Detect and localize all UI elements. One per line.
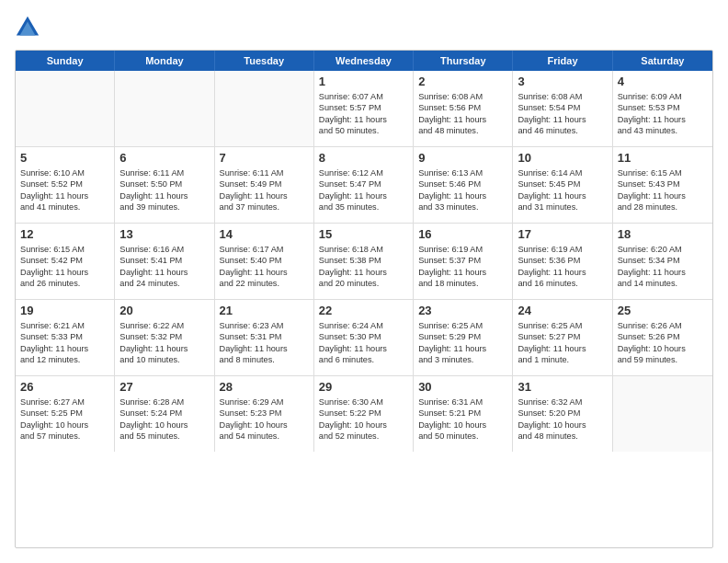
- logo-icon: [15, 15, 40, 40]
- page: SundayMondayTuesdayWednesdayThursdayFrid…: [0, 0, 728, 563]
- cell-line: Sunrise: 6:14 AM: [518, 167, 607, 178]
- cell-line: Sunset: 5:56 PM: [418, 102, 507, 113]
- cell-line: Daylight: 11 hours: [20, 190, 109, 201]
- calendar-cell: 27Sunrise: 6:28 AMSunset: 5:24 PMDayligh…: [115, 376, 214, 452]
- cell-line: Sunrise: 6:29 AM: [220, 396, 309, 408]
- cell-line: Sunrise: 6:30 AM: [319, 396, 408, 408]
- weekday-header: Friday: [513, 51, 612, 71]
- day-number: 21: [220, 304, 309, 317]
- cell-line: Sunset: 5:24 PM: [119, 408, 209, 419]
- cell-line: Daylight: 11 hours: [618, 190, 708, 201]
- calendar-cell: 6Sunrise: 6:11 AMSunset: 5:50 PMDaylight…: [115, 147, 214, 223]
- cell-line: and 43 minutes.: [618, 125, 708, 136]
- cell-line: and 50 minutes.: [418, 431, 507, 442]
- cell-line: Sunset: 5:30 PM: [319, 331, 408, 342]
- cell-line: Daylight: 11 hours: [319, 190, 408, 201]
- cell-line: Sunrise: 6:20 AM: [618, 244, 708, 255]
- day-number: 14: [220, 227, 309, 241]
- day-number: 10: [518, 151, 607, 165]
- calendar-cell: 19Sunrise: 6:21 AMSunset: 5:33 PMDayligh…: [16, 300, 115, 375]
- calendar-body: 1Sunrise: 6:07 AMSunset: 5:57 PMDaylight…: [16, 71, 712, 452]
- cell-line: Daylight: 10 hours: [20, 419, 109, 431]
- calendar-cell: 21Sunrise: 6:23 AMSunset: 5:31 PMDayligh…: [215, 300, 314, 375]
- cell-line: Sunset: 5:45 PM: [518, 178, 607, 190]
- calendar-cell: [115, 71, 214, 146]
- calendar-cell: 17Sunrise: 6:19 AMSunset: 5:36 PMDayligh…: [513, 224, 612, 299]
- cell-line: and 24 minutes.: [119, 278, 209, 289]
- weekday-header: Tuesday: [215, 51, 314, 71]
- calendar-cell: 31Sunrise: 6:32 AMSunset: 5:20 PMDayligh…: [513, 376, 612, 452]
- calendar-cell: 3Sunrise: 6:08 AMSunset: 5:54 PMDaylight…: [513, 71, 612, 146]
- weekday-header: Sunday: [16, 51, 115, 71]
- calendar-cell: 13Sunrise: 6:16 AMSunset: 5:41 PMDayligh…: [115, 224, 214, 299]
- cell-line: Daylight: 11 hours: [119, 267, 209, 278]
- cell-line: Sunrise: 6:08 AM: [518, 91, 607, 102]
- cell-line: Sunrise: 6:27 AM: [20, 396, 109, 408]
- calendar-cell: 7Sunrise: 6:11 AMSunset: 5:49 PMDaylight…: [215, 147, 314, 223]
- cell-line: Daylight: 10 hours: [220, 419, 309, 431]
- day-number: 24: [518, 304, 607, 317]
- cell-line: and 57 minutes.: [20, 431, 109, 442]
- cell-line: Sunset: 5:26 PM: [618, 331, 708, 342]
- day-number: 1: [319, 75, 408, 88]
- header: [15, 15, 713, 40]
- cell-line: and 28 minutes.: [618, 201, 708, 213]
- cell-line: and 54 minutes.: [220, 431, 309, 442]
- cell-line: Sunset: 5:43 PM: [618, 178, 708, 190]
- cell-line: Sunset: 5:57 PM: [319, 102, 408, 113]
- cell-line: Sunset: 5:41 PM: [119, 255, 209, 266]
- day-number: 4: [618, 75, 708, 88]
- day-number: 16: [418, 227, 507, 241]
- cell-line: Sunrise: 6:22 AM: [119, 320, 209, 331]
- cell-line: Sunset: 5:46 PM: [418, 178, 507, 190]
- cell-line: Daylight: 11 hours: [618, 267, 708, 278]
- cell-line: Sunset: 5:23 PM: [220, 408, 309, 419]
- cell-line: Daylight: 10 hours: [618, 343, 708, 354]
- cell-line: and 48 minutes.: [418, 125, 507, 136]
- cell-line: Sunrise: 6:09 AM: [618, 91, 708, 102]
- calendar-cell: [215, 71, 314, 146]
- cell-line: Sunset: 5:49 PM: [220, 178, 309, 190]
- cell-line: Daylight: 11 hours: [618, 114, 708, 125]
- cell-line: and 35 minutes.: [319, 201, 408, 213]
- cell-line: Daylight: 10 hours: [119, 419, 209, 431]
- calendar-cell: 29Sunrise: 6:30 AMSunset: 5:22 PMDayligh…: [314, 376, 414, 452]
- weekday-header: Thursday: [414, 51, 513, 71]
- calendar-cell: 11Sunrise: 6:15 AMSunset: 5:43 PMDayligh…: [613, 147, 712, 223]
- cell-line: Sunset: 5:42 PM: [20, 255, 109, 266]
- day-number: 6: [119, 151, 209, 165]
- calendar-row: 1Sunrise: 6:07 AMSunset: 5:57 PMDaylight…: [16, 71, 712, 147]
- cell-line: Sunrise: 6:26 AM: [618, 320, 708, 331]
- cell-line: and 52 minutes.: [319, 431, 408, 442]
- day-number: 8: [319, 151, 408, 165]
- day-number: 19: [20, 304, 109, 317]
- day-number: 31: [518, 380, 607, 394]
- cell-line: Sunrise: 6:21 AM: [20, 320, 109, 331]
- calendar-cell: 20Sunrise: 6:22 AMSunset: 5:32 PMDayligh…: [115, 300, 214, 375]
- cell-line: Daylight: 11 hours: [418, 267, 507, 278]
- cell-line: and 55 minutes.: [119, 431, 209, 442]
- cell-line: Daylight: 10 hours: [319, 419, 408, 431]
- weekday-header: Monday: [115, 51, 214, 71]
- cell-line: Sunset: 5:29 PM: [418, 331, 507, 342]
- cell-line: Sunset: 5:34 PM: [618, 255, 708, 266]
- cell-line: Daylight: 11 hours: [418, 190, 507, 201]
- cell-line: and 31 minutes.: [518, 201, 607, 213]
- day-number: 7: [220, 151, 309, 165]
- cell-line: and 1 minute.: [518, 354, 607, 365]
- cell-line: and 46 minutes.: [518, 125, 607, 136]
- calendar-row: 26Sunrise: 6:27 AMSunset: 5:25 PMDayligh…: [16, 376, 712, 452]
- cell-line: Daylight: 11 hours: [418, 343, 507, 354]
- day-number: 11: [618, 151, 708, 165]
- calendar-cell: 25Sunrise: 6:26 AMSunset: 5:26 PMDayligh…: [613, 300, 712, 375]
- day-number: 5: [20, 151, 109, 165]
- cell-line: Sunrise: 6:08 AM: [418, 91, 507, 102]
- cell-line: Sunset: 5:25 PM: [20, 408, 109, 419]
- calendar-cell: 4Sunrise: 6:09 AMSunset: 5:53 PMDaylight…: [613, 71, 712, 146]
- cell-line: Sunset: 5:40 PM: [220, 255, 309, 266]
- weekday-header: Wednesday: [314, 51, 414, 71]
- day-number: 22: [319, 304, 408, 317]
- calendar: SundayMondayTuesdayWednesdayThursdayFrid…: [15, 50, 713, 548]
- cell-line: Daylight: 11 hours: [319, 114, 408, 125]
- day-number: 12: [20, 227, 109, 241]
